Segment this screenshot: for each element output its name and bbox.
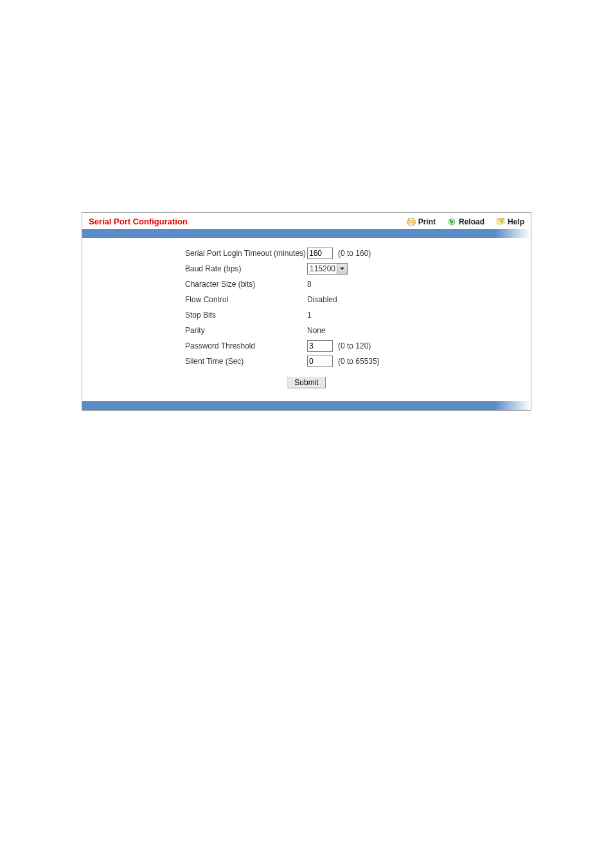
label-silent-time: Silent Time (Sec) — [95, 357, 307, 366]
value-stop-bits: 1 — [307, 311, 312, 320]
help-label: Help — [508, 217, 524, 226]
panel-title: Serial Port Configuration — [89, 217, 407, 226]
reload-label: Reload — [459, 217, 484, 226]
select-baud-rate[interactable]: 115200 — [307, 263, 348, 275]
row-baud-rate: Baud Rate (bps) 115200 — [95, 262, 518, 275]
chevron-down-icon — [337, 264, 347, 274]
hint-login-timeout: (0 to 160) — [338, 249, 371, 258]
value-flow-control: Disabled — [307, 295, 337, 304]
select-baud-rate-value: 115200 — [310, 264, 337, 273]
reload-link[interactable]: Reload — [447, 217, 484, 226]
label-flow-control: Flow Control — [95, 295, 307, 304]
row-char-size: Character Size (bits) 8 — [95, 278, 518, 291]
label-login-timeout: Serial Port Login Timeout (minutes) — [95, 249, 307, 258]
svg-text:?: ? — [499, 219, 502, 223]
header-actions: Print Reload ? Help — [407, 217, 524, 226]
row-flow-control: Flow Control Disabled — [95, 293, 518, 306]
value-parity: None — [307, 326, 326, 335]
reload-icon — [447, 217, 456, 226]
help-icon: ? — [496, 217, 505, 226]
submit-button[interactable]: Submit — [287, 377, 325, 388]
divider-bottom — [82, 401, 531, 410]
serial-port-config-panel: Serial Port Configuration Print Reload ?… — [82, 212, 531, 411]
svg-rect-2 — [409, 222, 413, 225]
help-link[interactable]: ? Help — [496, 217, 524, 226]
form-area: Serial Port Login Timeout (minutes) (0 t… — [82, 238, 531, 396]
label-baud-rate: Baud Rate (bps) — [95, 264, 307, 273]
hint-silent-time: (0 to 65535) — [338, 357, 380, 366]
row-login-timeout: Serial Port Login Timeout (minutes) (0 t… — [95, 247, 518, 260]
print-link[interactable]: Print — [407, 217, 436, 226]
printer-icon — [407, 217, 416, 226]
label-password-threshold: Password Threshold — [95, 341, 307, 350]
svg-marker-6 — [340, 267, 344, 270]
input-login-timeout[interactable] — [307, 248, 333, 259]
input-password-threshold[interactable] — [307, 340, 333, 352]
submit-row: Submit — [95, 377, 518, 388]
label-stop-bits: Stop Bits — [95, 311, 307, 320]
hint-password-threshold: (0 to 120) — [338, 341, 371, 350]
row-stop-bits: Stop Bits 1 — [95, 309, 518, 321]
row-parity: Parity None — [95, 324, 518, 337]
label-parity: Parity — [95, 326, 307, 335]
panel-header: Serial Port Configuration Print Reload ?… — [82, 213, 531, 229]
print-label: Print — [418, 217, 436, 226]
row-silent-time: Silent Time (Sec) (0 to 65535) — [95, 355, 518, 368]
label-char-size: Character Size (bits) — [95, 280, 307, 289]
svg-rect-0 — [408, 218, 414, 221]
row-password-threshold: Password Threshold (0 to 120) — [95, 339, 518, 352]
input-silent-time[interactable] — [307, 356, 333, 367]
value-char-size: 8 — [307, 280, 312, 289]
divider-top — [82, 229, 531, 238]
